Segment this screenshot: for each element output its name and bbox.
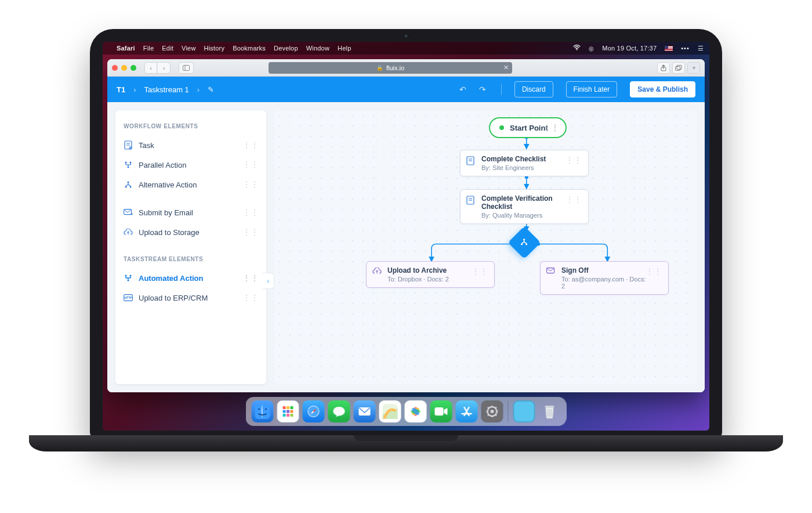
breadcrumb-tag[interactable]: T1 [117, 85, 125, 94]
finish-later-button[interactable]: Finish Later [566, 81, 618, 97]
node-sign-off[interactable]: Sign Off To: as@company.com · Docs: 2 ⋮⋮ [540, 261, 669, 295]
task-icon [124, 140, 133, 150]
menu-edit[interactable]: Edit [162, 45, 173, 52]
drag-handle-icon[interactable]: ⋮⋮ [243, 228, 259, 236]
node-title: Sign Off [561, 266, 648, 274]
drag-handle-icon[interactable]: ⋮⋮ [566, 156, 582, 164]
nav-back-button[interactable]: ‹ [144, 62, 157, 74]
collapse-sidebar-button[interactable]: ‹ [263, 273, 274, 289]
nav-forward-button[interactable]: › [158, 62, 171, 74]
cloud-upload-icon [124, 229, 133, 236]
svg-rect-52 [291, 414, 293, 417]
dock-messages-icon[interactable] [328, 400, 350, 422]
dock-photos-icon[interactable] [405, 400, 427, 422]
edit-title-icon[interactable]: ✎ [208, 85, 214, 94]
svg-line-76 [548, 409, 549, 417]
svg-rect-51 [287, 414, 289, 417]
drag-handle-icon[interactable]: ⋮⋮ [646, 268, 662, 276]
sidebar-section-title: TASKSTREAM ELEMENTS [124, 256, 263, 262]
drag-handle-icon[interactable]: ⋮⋮ [243, 208, 259, 216]
status-icon[interactable]: ◎ [589, 45, 594, 52]
svg-point-39 [523, 239, 525, 240]
dock-maps-icon[interactable] [379, 400, 401, 422]
svg-point-15 [125, 186, 127, 188]
drag-handle-icon[interactable]: ⋮⋮ [243, 180, 259, 189]
drag-handle-icon[interactable]: ⋮⋮ [566, 196, 582, 204]
svg-rect-63 [435, 407, 444, 416]
dock-finder-icon[interactable] [252, 400, 274, 422]
sidebar-item-submit-email[interactable]: Submit by Email ⋮⋮ [124, 203, 263, 222]
node-subtitle: By: Quality Managers [481, 212, 568, 219]
menu-bookmarks[interactable]: Bookmarks [233, 45, 266, 52]
share-button[interactable] [657, 62, 670, 74]
address-bar[interactable]: 🔒 fluix.io ✕ [269, 62, 512, 74]
menu-help[interactable]: Help [338, 45, 351, 52]
menubar-clock[interactable]: Mon 19 Oct, 17:37 [602, 45, 657, 52]
node-title: Start Point [510, 124, 548, 132]
workflow-canvas[interactable]: Start Point ⋮⋮ Complete Checklist By: Si… [274, 110, 697, 384]
menu-develop[interactable]: Develop [274, 45, 298, 52]
menubar-app-name[interactable]: Safari [117, 45, 135, 52]
node-parallel-gateway[interactable] [508, 226, 541, 259]
node-start-point[interactable]: Start Point ⋮⋮ [489, 117, 567, 138]
undo-icon[interactable]: ↶ [457, 85, 469, 94]
menu-view[interactable]: View [182, 45, 195, 52]
new-tab-button[interactable]: ＋ [687, 62, 700, 74]
address-clear-icon[interactable]: ✕ [503, 64, 509, 71]
svg-point-13 [128, 167, 129, 168]
dock-facetime-icon[interactable] [430, 400, 452, 422]
window-minimize-button[interactable] [121, 65, 127, 71]
drag-handle-icon[interactable]: ⋮⋮ [243, 294, 259, 302]
laptop-screen: Safari File Edit View History Bookmarks … [103, 42, 709, 431]
menubar-more-icon[interactable]: ••• [681, 45, 690, 52]
save-publish-button[interactable]: Save & Publish [630, 81, 695, 97]
menu-file[interactable]: File [143, 45, 154, 52]
svg-rect-49 [291, 410, 293, 413]
breadcrumb-title[interactable]: Taskstream 1 [144, 85, 189, 94]
sidebar-item-parallel-action[interactable]: Parallel Action ⋮⋮ [124, 155, 263, 175]
window-close-button[interactable] [112, 65, 118, 71]
node-complete-checklist[interactable]: Complete Checklist By: Site Engineers ⋮⋮ [460, 150, 589, 176]
elements-sidebar: WORKFLOW ELEMENTS Task ⋮⋮ [115, 110, 266, 384]
svg-point-0 [577, 49, 578, 50]
tabs-button[interactable] [672, 62, 685, 74]
drag-handle-icon[interactable]: ⋮⋮ [243, 274, 259, 282]
menu-history[interactable]: History [204, 45, 225, 52]
menubar-list-icon[interactable]: ☰ [698, 45, 704, 52]
drag-handle-icon[interactable]: ⋮⋮ [243, 161, 259, 169]
discard-button[interactable]: Discard [514, 81, 553, 97]
node-subtitle: To: Dropbox · Docs: 2 [387, 276, 474, 283]
browser-window: ‹ › 🔒 fluix.io ✕ [107, 59, 705, 392]
header-divider [501, 84, 502, 95]
sidebar-item-task[interactable]: Task ⋮⋮ [124, 135, 263, 155]
dock-separator [508, 401, 509, 422]
sidebar-item-automated-action[interactable]: Automated Action ⋮⋮ [124, 268, 263, 288]
sidebar-toggle-button[interactable] [179, 62, 194, 74]
dock-trash-icon[interactable] [539, 400, 561, 422]
sidebar-item-upload-erp[interactable]: HTTP Upload to ERP/CRM ⋮⋮ [124, 288, 263, 308]
dock-launchpad-icon[interactable] [277, 400, 299, 422]
dock-appstore-icon[interactable] [456, 400, 478, 422]
drag-handle-icon[interactable]: ⋮⋮ [243, 141, 259, 149]
svg-point-19 [130, 275, 132, 277]
node-complete-verification[interactable]: Complete Verification Checklist By: Qual… [460, 189, 589, 224]
drag-handle-icon[interactable]: ⋮⋮ [543, 124, 560, 132]
mac-dock [246, 397, 567, 426]
dock-safari-icon[interactable] [303, 400, 325, 422]
dock-settings-icon[interactable] [481, 400, 503, 422]
sidebar-item-alternative-action[interactable]: Alternative Action ⋮⋮ [124, 175, 263, 194]
menu-window[interactable]: Window [306, 45, 329, 52]
input-language-icon[interactable] [665, 46, 673, 51]
parallel-icon [124, 161, 133, 169]
drag-handle-icon[interactable]: ⋮⋮ [472, 268, 488, 276]
cloud-upload-icon [372, 268, 382, 276]
node-upload-archive[interactable]: Upload to Archive To: Dropbox · Docs: 2 … [366, 261, 495, 288]
window-fullscreen-button[interactable] [130, 65, 136, 71]
wifi-icon[interactable] [573, 45, 581, 52]
sidebar-item-upload-storage[interactable]: Upload to Storage ⋮⋮ [124, 222, 263, 242]
dock-mail-icon[interactable] [354, 400, 376, 422]
dock-folder-icon[interactable] [513, 400, 535, 422]
svg-point-66 [491, 410, 494, 413]
email-icon [124, 209, 133, 216]
redo-icon[interactable]: ↷ [477, 85, 488, 94]
